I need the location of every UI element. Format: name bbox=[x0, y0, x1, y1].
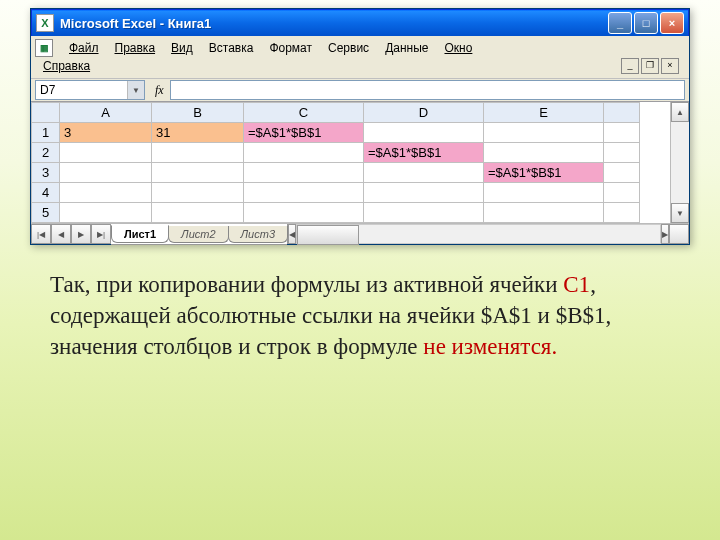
select-all-corner[interactable] bbox=[32, 103, 60, 123]
cell-E1[interactable] bbox=[484, 123, 604, 143]
scroll-left-button[interactable]: ◀ bbox=[288, 224, 296, 244]
doc-restore-button[interactable]: ❐ bbox=[641, 58, 659, 74]
cell-E2[interactable] bbox=[484, 143, 604, 163]
bottom-bar: |◀ ◀ ▶ ▶| Лист1 Лист2 Лист3 ◀ ▶ bbox=[31, 223, 689, 244]
row-header-3[interactable]: 3 bbox=[32, 163, 60, 183]
prev-sheet-button[interactable]: ◀ bbox=[51, 224, 71, 244]
cell-F2[interactable] bbox=[604, 143, 640, 163]
horizontal-scrollbar[interactable]: ◀ ▶ bbox=[287, 224, 669, 244]
scroll-thumb-h[interactable] bbox=[297, 225, 359, 245]
cell-C4[interactable] bbox=[244, 183, 364, 203]
fx-icon[interactable]: fx bbox=[155, 83, 164, 98]
menu-data[interactable]: Данные bbox=[377, 39, 436, 57]
name-box-dropdown-icon[interactable]: ▼ bbox=[127, 81, 144, 99]
cell-D3[interactable] bbox=[364, 163, 484, 183]
menu-help[interactable]: Справка bbox=[35, 57, 98, 75]
col-header-D[interactable]: D bbox=[364, 103, 484, 123]
first-sheet-button[interactable]: |◀ bbox=[31, 224, 51, 244]
scroll-down-button[interactable]: ▼ bbox=[671, 203, 689, 223]
cell-C3[interactable] bbox=[244, 163, 364, 183]
window-buttons: _ □ × bbox=[608, 12, 684, 34]
row-header-5[interactable]: 5 bbox=[32, 203, 60, 223]
cell-A1[interactable]: 3 bbox=[60, 123, 152, 143]
menu-file[interactable]: Файл bbox=[61, 39, 107, 57]
menu-service[interactable]: Сервис bbox=[320, 39, 377, 57]
scrollbar-corner bbox=[669, 224, 689, 244]
cell-F4[interactable] bbox=[604, 183, 640, 203]
cell-F3[interactable] bbox=[604, 163, 640, 183]
col-header-A[interactable]: A bbox=[60, 103, 152, 123]
titlebar[interactable]: X Microsoft Excel - Книга1 _ □ × bbox=[31, 9, 689, 36]
cell-E5[interactable] bbox=[484, 203, 604, 223]
explain-emphasis: не изменятся. bbox=[423, 334, 557, 359]
window-title: Microsoft Excel - Книга1 bbox=[60, 16, 608, 31]
row-header-2[interactable]: 2 bbox=[32, 143, 60, 163]
formula-input[interactable] bbox=[170, 80, 685, 100]
cell-D1[interactable] bbox=[364, 123, 484, 143]
doc-close-button[interactable]: × bbox=[661, 58, 679, 74]
menu-edit[interactable]: Правка bbox=[107, 39, 164, 57]
cell-E4[interactable] bbox=[484, 183, 604, 203]
scroll-track-v[interactable] bbox=[671, 122, 689, 203]
name-box[interactable]: D7 ▼ bbox=[35, 80, 145, 100]
scroll-up-button[interactable]: ▲ bbox=[671, 102, 689, 122]
maximize-button[interactable]: □ bbox=[634, 12, 658, 34]
workbook-icon[interactable]: ▦ bbox=[35, 39, 53, 57]
cell-F5[interactable] bbox=[604, 203, 640, 223]
vertical-scrollbar[interactable]: ▲ ▼ bbox=[670, 102, 689, 223]
explain-part1: Так, при копировании формулы из активной… bbox=[50, 272, 563, 297]
formula-bar: D7 ▼ fx bbox=[31, 79, 689, 102]
col-header-B[interactable]: B bbox=[152, 103, 244, 123]
cell-A4[interactable] bbox=[60, 183, 152, 203]
cell-B3[interactable] bbox=[152, 163, 244, 183]
close-button[interactable]: × bbox=[660, 12, 684, 34]
menu-window[interactable]: Окно bbox=[436, 39, 480, 57]
last-sheet-button[interactable]: ▶| bbox=[91, 224, 111, 244]
cell-B5[interactable] bbox=[152, 203, 244, 223]
row-header-1[interactable]: 1 bbox=[32, 123, 60, 143]
cell-A2[interactable] bbox=[60, 143, 152, 163]
sheet-tab-1[interactable]: Лист1 bbox=[111, 225, 169, 243]
cell-A3[interactable] bbox=[60, 163, 152, 183]
cell-D4[interactable] bbox=[364, 183, 484, 203]
next-sheet-button[interactable]: ▶ bbox=[71, 224, 91, 244]
cell-A5[interactable] bbox=[60, 203, 152, 223]
col-header-E[interactable]: E bbox=[484, 103, 604, 123]
cell-B1[interactable]: 31 bbox=[152, 123, 244, 143]
cell-C2[interactable] bbox=[244, 143, 364, 163]
cell-C1[interactable]: =$A$1*$B$1 bbox=[244, 123, 364, 143]
scroll-right-button[interactable]: ▶ bbox=[661, 224, 669, 244]
row-header-4[interactable]: 4 bbox=[32, 183, 60, 203]
name-box-value: D7 bbox=[40, 83, 55, 97]
cell-D2[interactable]: =$A$1*$B$1 bbox=[364, 143, 484, 163]
col-header-C[interactable]: C bbox=[244, 103, 364, 123]
col-header-extra[interactable] bbox=[604, 103, 640, 123]
cell-D5[interactable] bbox=[364, 203, 484, 223]
sheet-tab-2[interactable]: Лист2 bbox=[168, 226, 228, 243]
grid-area: A B C D E 1 3 31 =$A$1*$B$1 bbox=[31, 102, 689, 244]
cell-B2[interactable] bbox=[152, 143, 244, 163]
excel-icon: X bbox=[36, 14, 54, 32]
cell-F1[interactable] bbox=[604, 123, 640, 143]
menu-format[interactable]: Формат bbox=[261, 39, 320, 57]
cell-B4[interactable] bbox=[152, 183, 244, 203]
sheet-tab-3[interactable]: Лист3 bbox=[228, 226, 288, 243]
minimize-button[interactable]: _ bbox=[608, 12, 632, 34]
explanation-text: Так, при копировании формулы из активной… bbox=[50, 269, 670, 362]
menubar: ▦ Файл Правка Вид Вставка Формат Сервис … bbox=[31, 36, 689, 79]
scroll-track-h[interactable] bbox=[296, 224, 661, 244]
cell-E3[interactable]: =$A$1*$B$1 bbox=[484, 163, 604, 183]
explain-cell-ref: С1 bbox=[563, 272, 590, 297]
sheet-tabs: Лист1 Лист2 Лист3 bbox=[111, 224, 287, 245]
menu-insert[interactable]: Вставка bbox=[201, 39, 262, 57]
menu-view[interactable]: Вид bbox=[163, 39, 201, 57]
excel-window: X Microsoft Excel - Книга1 _ □ × ▦ Файл … bbox=[30, 8, 690, 245]
doc-minimize-button[interactable]: _ bbox=[621, 58, 639, 74]
spreadsheet-grid[interactable]: A B C D E 1 3 31 =$A$1*$B$1 bbox=[31, 102, 640, 223]
sheet-nav-buttons: |◀ ◀ ▶ ▶| bbox=[31, 224, 111, 244]
cell-C5[interactable] bbox=[244, 203, 364, 223]
